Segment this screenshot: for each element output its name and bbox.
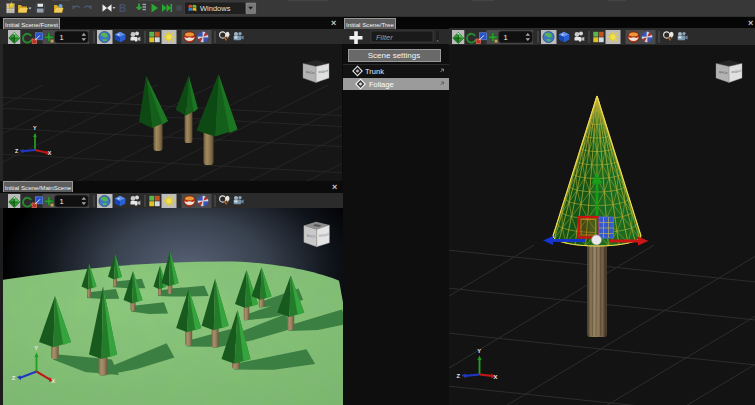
svg-text:1: 1 [60, 33, 64, 42]
svg-text:X: X [493, 374, 497, 380]
svg-text:Trunk: Trunk [365, 67, 384, 76]
svg-text:Foliage: Foliage [369, 80, 394, 89]
svg-text:Filter: Filter [376, 33, 393, 42]
svg-text:1: 1 [504, 33, 508, 42]
svg-text:B: B [119, 3, 126, 14]
svg-text:Y: Y [477, 348, 481, 354]
svg-text:X: X [51, 378, 55, 384]
svg-text:Windows: Windows [200, 4, 231, 13]
svg-text:1: 1 [60, 197, 64, 206]
svg-text:Z: Z [457, 373, 461, 379]
svg-text:Y: Y [34, 345, 38, 351]
svg-text:Z: Z [12, 375, 16, 381]
svg-text:X: X [48, 150, 52, 156]
svg-text:Y: Y [33, 125, 37, 131]
